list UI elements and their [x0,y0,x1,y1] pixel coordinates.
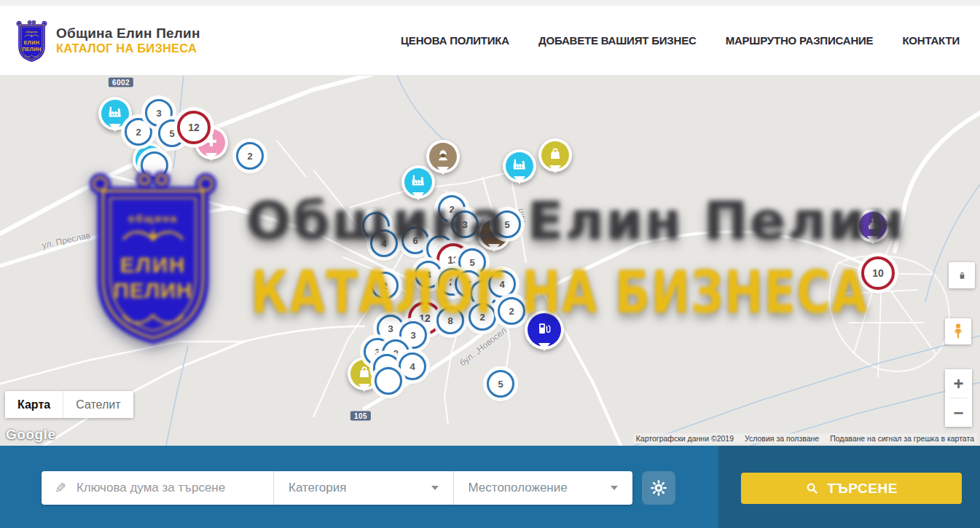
keyword-field-wrap: ✎ [42,471,273,505]
advanced-search-gear-button[interactable] [642,471,675,505]
cluster-count: 4 [381,238,386,249]
cluster-marker[interactable]: 2 [469,303,496,331]
cluster-marker[interactable]: 4 [370,229,398,257]
cluster-marker[interactable]: 5 [487,370,514,398]
map-type-control: Карта Сателит [5,391,133,418]
nav-item-contacts[interactable]: КОНТАКТИ [902,34,960,47]
municipality-crest-logo [15,18,49,63]
shopping-bag-icon [547,146,563,165]
search-icon [805,481,819,495]
brand[interactable]: Община Елин Пелин КАТАЛОГ НА БИЗНЕСА [15,18,200,63]
cluster-marker[interactable] [141,151,168,179]
cluster-marker[interactable]: 2 [371,272,399,299]
cluster-count: 8 [447,315,452,326]
map-type-satellite-button[interactable]: Сателит [63,391,133,418]
cluster-count: 12 [419,312,431,324]
cluster-count: 5 [498,379,503,390]
cluster-count: 4 [426,269,431,280]
attribution-map-data: Картографски данни ©2019 [636,434,734,443]
search-button-label: ТЪРСЕНЕ [827,481,898,497]
cluster-count: 8 [481,288,486,299]
fuel-pump-pin[interactable] [525,310,564,350]
cluster-count: 2 [247,151,252,162]
cluster-marker[interactable]: 4 [488,270,516,298]
construction-worker-icon [435,147,451,166]
fullscreen-lock-button[interactable] [949,262,975,288]
keyword-input[interactable] [75,480,273,496]
cluster-count: 12 [188,122,200,133]
chevron-down-icon [431,486,439,490]
cluster-marker[interactable]: 6 [401,226,429,254]
pencil-icon: ✎ [55,480,66,497]
search-bar: ✎ Категория Местоположение [0,446,980,528]
cluster-marker[interactable]: 10 [861,256,895,290]
cluster-count: 4 [409,361,415,372]
shopping-bag-icon [356,364,372,383]
cluster-count: 2 [449,277,454,288]
zoom-out-button[interactable]: − [945,398,972,427]
cluster-count: 5 [469,257,474,268]
header: Община Елин Пелин КАТАЛОГ НА БИЗНЕСА ЦЕН… [0,6,980,76]
shopping-bag-pin[interactable] [538,138,572,172]
nav-item-route-schedule[interactable]: МАРШРУТНО РАЗПИСАНИЕ [726,34,874,47]
cluster-count: 13 [447,254,459,266]
cluster-marker[interactable]: 2 [498,297,525,325]
brand-text: Община Елин Пелин КАТАЛОГ НА БИЗНЕСА [56,25,200,55]
cluster-count: 2 [449,204,454,215]
cluster-marker[interactable]: 5 [493,210,521,238]
cluster-count: 5 [169,128,174,139]
site-title: Община Елин Пелин [56,25,200,42]
cluster-count: 2 [479,312,485,323]
main-nav: ЦЕНОВА ПОЛИТИКА ДОБАВЕТЕ ВАШИЯТ БИЗНЕС М… [401,34,960,47]
fuel-pump-icon [536,320,552,339]
cluster-count: 5 [504,219,509,230]
zoom-in-button[interactable]: + [945,369,972,398]
nav-item-pricing[interactable]: ЦЕНОВА ПОЛИТИКА [401,34,509,47]
cluster-marker[interactable]: 8 [436,307,464,334]
category-select-label: Категория [289,481,346,495]
google-logo[interactable]: Google [6,427,55,443]
cluster-count: 3 [462,219,467,230]
factory-icon [107,104,123,123]
top-strip [0,0,980,6]
church-icon [865,216,881,235]
church-pin[interactable] [856,209,890,243]
cluster-count: 2 [382,280,387,291]
pegman-icon [950,322,966,341]
factory-pin[interactable] [503,149,536,183]
factory-icon [410,173,426,192]
road-number-badge: 6002 [109,78,133,87]
site-subtitle: КАТАЛОГ НА БИЗНЕСА [56,42,200,55]
cluster-marker[interactable]: 12 [177,111,211,144]
street-view-pegman-button[interactable] [945,318,971,344]
category-select[interactable]: Категория [274,471,453,505]
chevron-down-icon [611,486,618,490]
cluster-count: 2 [136,127,141,138]
cluster-count: 3 [388,323,393,334]
cluster-marker[interactable]: 3 [451,210,479,238]
factory-pin[interactable] [401,165,435,199]
map-type-map-button[interactable]: Карта [5,391,63,418]
zoom-control: + − [945,369,972,427]
cluster-count: 6 [412,235,418,246]
map-attribution: Картографски данни ©2019 Условия за полз… [633,433,977,444]
lock-icon [957,270,968,281]
cluster-count: 2 [509,306,514,317]
cluster-marker[interactable]: 4 [399,352,426,380]
attribution-terms-link[interactable]: Условия за ползване [745,434,819,443]
location-select-label: Местоположение [469,481,568,495]
cluster-count: 4 [499,279,504,290]
construction-worker-pin[interactable] [426,140,460,173]
cluster-count: 3 [156,108,161,119]
factory-icon [511,157,528,176]
cluster-marker[interactable]: 2 [236,142,264,170]
cluster-marker[interactable] [375,367,402,395]
cluster-count: 3 [410,330,415,341]
location-select[interactable]: Местоположение [454,471,633,505]
search-fields: ✎ Категория Местоположение [42,471,632,505]
search-button[interactable]: ТЪРСЕНЕ [741,473,962,504]
attribution-report-error-link[interactable]: Подаване на сигнал за грешка в картата [830,434,974,443]
nav-item-add-business[interactable]: ДОБАВЕТЕ ВАШИЯТ БИЗНЕС [538,34,697,47]
map-canvas[interactable]: 2351222354671354278421282233383451060021… [0,75,980,446]
cluster-count: 10 [872,267,884,279]
